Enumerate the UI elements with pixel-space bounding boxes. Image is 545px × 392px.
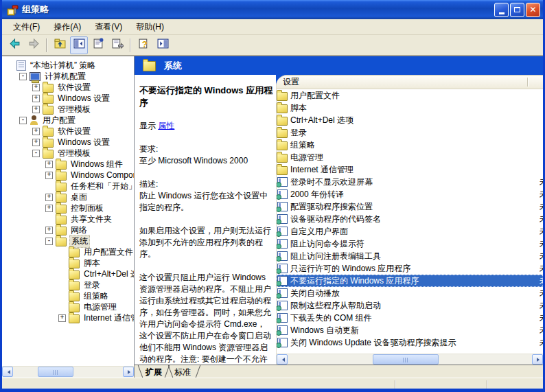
mmc-console-icon bbox=[7, 4, 19, 16]
settings-list-item[interactable]: Windows 自动更新未配置 bbox=[277, 324, 543, 336]
settings-list-item[interactable]: 不要运行指定的 Windows 应用程序未配置 bbox=[277, 275, 543, 287]
close-button[interactable]: ✕ bbox=[526, 3, 540, 17]
tree-item[interactable]: Ctrl+Alt+Del 选 bbox=[2, 268, 134, 279]
display-row: 显示 属性 bbox=[139, 120, 273, 132]
settings-list-item[interactable]: 阻止访问命令提示符未配置 bbox=[277, 238, 543, 250]
expander-icon[interactable]: - bbox=[32, 150, 40, 157]
tree-item[interactable]: +桌面 bbox=[2, 192, 134, 203]
expander-icon[interactable]: + bbox=[58, 314, 66, 322]
expander-icon[interactable]: + bbox=[45, 172, 53, 179]
settings-list-item[interactable]: 只运行许可的 Windows 应用程序未配置 bbox=[277, 262, 543, 275]
expander-icon[interactable]: + bbox=[32, 106, 40, 113]
tree-item[interactable]: “本地计算机” 策略 bbox=[2, 60, 134, 71]
column-separator[interactable] bbox=[527, 78, 529, 87]
scroll-left-button[interactable] bbox=[277, 354, 288, 365]
expander-icon[interactable]: + bbox=[32, 128, 40, 135]
tree-item[interactable]: +Windows 组件 bbox=[2, 159, 134, 170]
settings-list-item[interactable]: 用户配置文件 bbox=[277, 89, 543, 102]
tree-item[interactable]: -计算机配置 bbox=[2, 71, 134, 82]
tree-item[interactable]: 登录 bbox=[2, 279, 134, 290]
settings-list-item[interactable]: 登录时不显示欢迎屏幕未配置 bbox=[277, 176, 543, 188]
tree-item[interactable]: 任务栏和「开始」菜 bbox=[2, 181, 134, 192]
settings-list-item[interactable]: 脚本 bbox=[277, 102, 543, 114]
expander-icon[interactable]: - bbox=[19, 73, 27, 80]
settings-item-label: 下载丢失的 COM 组件 bbox=[290, 312, 372, 324]
expander-icon[interactable]: + bbox=[32, 95, 40, 102]
tree-item[interactable]: +管理模板 bbox=[2, 104, 134, 115]
settings-list-item[interactable]: Internet 通信管理 bbox=[277, 163, 543, 176]
up-button[interactable] bbox=[51, 36, 69, 54]
settings-list-item[interactable]: 限制这些程序从帮助启动未配置 bbox=[277, 299, 543, 312]
expander-icon[interactable]: + bbox=[32, 139, 40, 146]
tree-item[interactable]: +Windows 设置 bbox=[2, 137, 134, 148]
tree-item[interactable]: +Windows Components bbox=[2, 170, 134, 181]
settings-list-item[interactable]: 自定义用户界面未配置 bbox=[277, 225, 543, 238]
tree-horizontal-scrollbar[interactable] bbox=[2, 366, 134, 378]
settings-list-item[interactable]: 2000 年份转译未配置 bbox=[277, 188, 543, 200]
properties-link[interactable]: 属性 bbox=[158, 121, 174, 130]
tree-item[interactable]: +控制面板 bbox=[2, 203, 134, 214]
tree-item[interactable]: 组策略 bbox=[2, 290, 134, 301]
tab-standard[interactable]: 标准 bbox=[174, 367, 191, 378]
expander-icon[interactable]: + bbox=[32, 84, 40, 91]
export-list-button[interactable] bbox=[108, 36, 126, 54]
tree-item[interactable]: +网络 bbox=[2, 224, 134, 235]
forward-button[interactable] bbox=[25, 36, 43, 54]
tree-item[interactable]: +软件设置 bbox=[2, 126, 134, 137]
menu-item-1[interactable]: 操作(A) bbox=[47, 20, 88, 34]
settings-list-item[interactable]: 下载丢失的 COM 组件未配置 bbox=[277, 312, 543, 324]
show-hide-action-pane-button[interactable] bbox=[154, 36, 172, 54]
window-title: 组策略 bbox=[22, 3, 493, 16]
scrollbar-thumb[interactable] bbox=[38, 367, 73, 377]
scrollbar-thumb[interactable] bbox=[373, 354, 439, 365]
tree-item[interactable]: +Internet 通信管 bbox=[2, 312, 134, 323]
settings-list-item[interactable]: 阻止访问注册表编辑工具未配置 bbox=[277, 250, 543, 262]
scroll-left-button[interactable] bbox=[2, 367, 13, 377]
settings-list-item[interactable]: 关闭 Windows Update 设备驱动程序搜索提示未配置 bbox=[277, 336, 543, 349]
folder-icon bbox=[43, 150, 54, 159]
minimize-button[interactable] bbox=[494, 3, 509, 17]
tree-item[interactable]: 用户配置文件 bbox=[2, 246, 134, 257]
policy-icon bbox=[277, 276, 288, 286]
settings-list-item[interactable]: 电源管理 bbox=[277, 151, 543, 163]
expander-icon[interactable]: + bbox=[45, 205, 53, 212]
settings-list-item[interactable]: 配置驱动程序搜索位置未配置 bbox=[277, 200, 543, 213]
settings-column-header[interactable]: 设置 bbox=[277, 76, 543, 89]
folder-icon bbox=[69, 303, 80, 312]
settings-list-item[interactable]: 关闭自动播放未配置 bbox=[277, 287, 543, 299]
tree-item[interactable]: 电源管理 bbox=[2, 301, 134, 312]
properties-button[interactable] bbox=[89, 36, 107, 54]
tree-item[interactable]: -用户配置 bbox=[2, 115, 134, 126]
settings-list-item[interactable]: 组策略 bbox=[277, 139, 543, 151]
expander-icon[interactable]: + bbox=[45, 227, 53, 234]
expander-icon[interactable]: - bbox=[19, 117, 27, 124]
maximize-button[interactable] bbox=[510, 3, 524, 17]
show-hide-console-tree-button[interactable] bbox=[70, 36, 88, 54]
settings-list-item[interactable]: 设备驱动程序的代码签名未配置 bbox=[277, 213, 543, 225]
back-button[interactable] bbox=[5, 36, 23, 54]
expander-icon[interactable]: - bbox=[45, 238, 53, 245]
menu-item-2[interactable]: 查看(V) bbox=[88, 20, 129, 34]
menu-item-0[interactable]: 文件(F) bbox=[6, 20, 47, 34]
list-horizontal-scrollbar[interactable] bbox=[277, 354, 543, 365]
group-policy-window: 组策略 ✕ 文件(F)操作(A)查看(V)帮助(H) ? “本地计算机” 策略-… bbox=[0, 0, 545, 392]
status-bar bbox=[2, 378, 543, 391]
scroll-right-button[interactable] bbox=[123, 367, 134, 377]
tab-extended[interactable]: 扩展 bbox=[146, 367, 162, 378]
tree-item[interactable]: 共享文件夹 bbox=[2, 214, 134, 224]
folder-icon bbox=[277, 154, 288, 163]
status-text-clipped: 未配置 bbox=[540, 189, 543, 200]
settings-list-item[interactable]: Ctrl+Alt+Del 选项 bbox=[277, 114, 543, 126]
menu-item-3[interactable]: 帮助(H) bbox=[129, 20, 171, 34]
tree-item[interactable]: +软件设置 bbox=[2, 82, 134, 93]
tree-item[interactable]: -管理模板 bbox=[2, 148, 134, 159]
tree-item[interactable]: -系统 bbox=[2, 235, 134, 246]
settings-list-item[interactable]: 登录 bbox=[277, 126, 543, 139]
help-button[interactable]: ? bbox=[135, 36, 152, 54]
expander-icon[interactable]: + bbox=[45, 194, 53, 201]
tree-item[interactable]: +Windows 设置 bbox=[2, 93, 134, 104]
tree-item[interactable]: 脚本 bbox=[2, 257, 134, 268]
computer-icon bbox=[30, 72, 40, 81]
scroll-right-button[interactable] bbox=[532, 354, 543, 365]
expander-icon[interactable]: + bbox=[45, 161, 53, 168]
